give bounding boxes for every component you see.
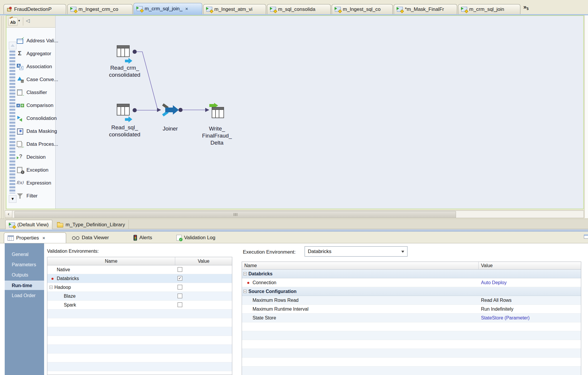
- empty-row[interactable]: [47, 354, 232, 362]
- column-header-value[interactable]: Value: [175, 257, 232, 265]
- empty-row[interactable]: [242, 331, 581, 340]
- collapse-toggle[interactable]: −: [49, 286, 53, 289]
- filter-icon: [16, 193, 24, 199]
- data-processor-icon: [16, 141, 24, 148]
- tab-overflow-button[interactable]: »5: [523, 4, 535, 12]
- properties-section-outputs[interactable]: Outputs: [5, 270, 44, 280]
- node-joiner[interactable]: [162, 103, 179, 117]
- editor-tab[interactable]: m_Ingest_crm_co: [67, 4, 133, 14]
- comparison-icon: [16, 102, 24, 109]
- validation-row-native[interactable]: Native: [47, 265, 232, 274]
- mapping-icon: [206, 7, 212, 12]
- validation-row-hadoop[interactable]: Hadoop−: [47, 283, 232, 292]
- properties-section-run-time[interactable]: Run-time: [5, 281, 44, 290]
- palette-tool-dropdown-arrow-icon[interactable]: ▾: [18, 19, 20, 23]
- consolidation-icon: [16, 115, 24, 122]
- palette-item[interactable]: Decision: [16, 153, 55, 162]
- editor-tab[interactable]: m_Ingest_sql_co: [332, 4, 393, 14]
- close-tab-button[interactable]: ×: [186, 6, 188, 11]
- palette-text-tool-button[interactable]: Ab: [8, 18, 18, 26]
- palette-item[interactable]: Consolidation: [16, 114, 55, 123]
- validation-environments-label: Validation Environments:: [47, 249, 99, 254]
- column-header-name[interactable]: Name: [242, 262, 479, 269]
- palette-item[interactable]: Exception: [16, 166, 55, 175]
- properties-section-general[interactable]: General: [5, 250, 44, 259]
- empty-row[interactable]: [47, 371, 232, 375]
- canvas-horizontal-scrollbar[interactable]: ‹: [5, 210, 584, 218]
- execution-environment-select[interactable]: Databricks: [305, 246, 407, 257]
- empty-row[interactable]: [47, 318, 232, 327]
- property-row-connection[interactable]: Connection Auto Deploy: [242, 278, 581, 287]
- palette-scroll-up-button[interactable]: [9, 42, 16, 49]
- exception-icon: [16, 167, 24, 173]
- palette-item[interactable]: Address Vali...: [16, 36, 55, 45]
- palette-scroll-strip[interactable]: ▼: [8, 30, 16, 206]
- editor-tab[interactable]: *m_Mask_FinalFr: [394, 4, 457, 14]
- properties-section-load-order[interactable]: Load Order: [5, 291, 44, 300]
- environment-checkbox[interactable]: [178, 294, 182, 298]
- palette-item[interactable]: Data Proces...: [16, 140, 55, 149]
- environment-checkbox[interactable]: ✓: [178, 276, 182, 281]
- property-row-state-store[interactable]: State Store StateStore (Parameter): [242, 314, 581, 322]
- empty-row[interactable]: [47, 327, 232, 336]
- view-tab[interactable]: (Default View): [5, 220, 52, 230]
- empty-row[interactable]: [242, 349, 581, 358]
- environment-checkbox[interactable]: [178, 267, 182, 272]
- scroll-left-button[interactable]: ‹: [5, 211, 12, 218]
- properties-tab[interactable]: Properties ×: [4, 232, 66, 243]
- palette-item[interactable]: Comparison: [16, 101, 55, 110]
- empty-row[interactable]: [242, 322, 581, 331]
- column-header-value[interactable]: Value: [479, 262, 581, 269]
- node-read-sql-consolidated[interactable]: [117, 104, 130, 117]
- palette-item[interactable]: Case Conve...: [16, 75, 55, 84]
- editor-tab[interactable]: m_Ingest_atm_vi: [203, 4, 266, 14]
- palette-item[interactable]: Expression: [16, 179, 55, 188]
- palette-item[interactable]: Aggregator: [16, 49, 55, 58]
- editor-tab[interactable]: m_sql_consolida: [267, 4, 331, 14]
- editor-tab[interactable]: m_crm_sql_join: [458, 4, 520, 14]
- palette-item[interactable]: Classifier: [16, 88, 55, 97]
- collapse-toggle[interactable]: −: [243, 272, 247, 275]
- close-view-button[interactable]: ×: [42, 235, 45, 240]
- empty-row[interactable]: [47, 336, 232, 345]
- node-write-finalfraud-delta[interactable]: [209, 103, 224, 118]
- environment-checkbox[interactable]: [178, 285, 182, 289]
- mapping-canvas[interactable]: Read_crm_consolidated Read_sql_consolida…: [55, 16, 583, 209]
- restore-window-icon[interactable]: [584, 235, 588, 239]
- property-row-source-configuration[interactable]: Source Configuration−: [242, 287, 581, 296]
- property-row-maximum-runtime-interval[interactable]: Maximum Runtime Interval Run Indefinitel…: [242, 305, 581, 314]
- palette-item[interactable]: Filter: [16, 192, 55, 200]
- editor-tab[interactable]: m_crm_sql_join_ ×: [133, 3, 202, 14]
- empty-row[interactable]: [242, 340, 581, 349]
- panel-sash[interactable]: [0, 229, 588, 232]
- view-tab[interactable]: m_Type_Definition_Library: [54, 220, 129, 230]
- scrollbar-thumb[interactable]: [14, 211, 456, 218]
- empty-row[interactable]: [47, 362, 232, 371]
- mapping-icon: [335, 7, 341, 12]
- validation-row-databricks[interactable]: Databricks ✓: [47, 274, 232, 283]
- overflow-count: 5: [527, 7, 529, 11]
- properties-section-parameters[interactable]: Parameters: [5, 260, 44, 269]
- empty-row[interactable]: [242, 358, 581, 366]
- empty-row[interactable]: [242, 366, 581, 375]
- environment-checkbox[interactable]: [178, 302, 182, 307]
- validation-row-spark[interactable]: Spark: [47, 301, 232, 309]
- empty-row[interactable]: [47, 309, 232, 318]
- collapse-toggle[interactable]: −: [243, 290, 247, 293]
- properties-tab[interactable]: Validation Log: [173, 232, 219, 243]
- palette-collapse-button[interactable]: ◁: [26, 18, 30, 24]
- empty-row[interactable]: [47, 345, 232, 354]
- properties-tab[interactable]: Alerts: [130, 232, 156, 243]
- palette-item[interactable]: Association: [16, 62, 55, 71]
- column-header-name[interactable]: Name: [47, 257, 175, 265]
- palette-scroll-down-button[interactable]: ▼: [9, 195, 16, 203]
- palette-item[interactable]: Data Masking: [16, 127, 55, 136]
- property-row-maximum-rows-read[interactable]: Maximum Rows Read Read All Rows: [242, 296, 581, 305]
- case-converter-icon: [16, 76, 24, 83]
- validation-row-blaze[interactable]: Blaze: [47, 292, 232, 301]
- source-table-icon: [117, 104, 130, 117]
- property-row-databricks[interactable]: Databricks−: [242, 269, 581, 278]
- node-read-crm-consolidated[interactable]: [117, 45, 130, 58]
- properties-tab[interactable]: Data Viewer: [68, 232, 112, 243]
- editor-tab[interactable]: FraudDetectionP: [4, 4, 66, 14]
